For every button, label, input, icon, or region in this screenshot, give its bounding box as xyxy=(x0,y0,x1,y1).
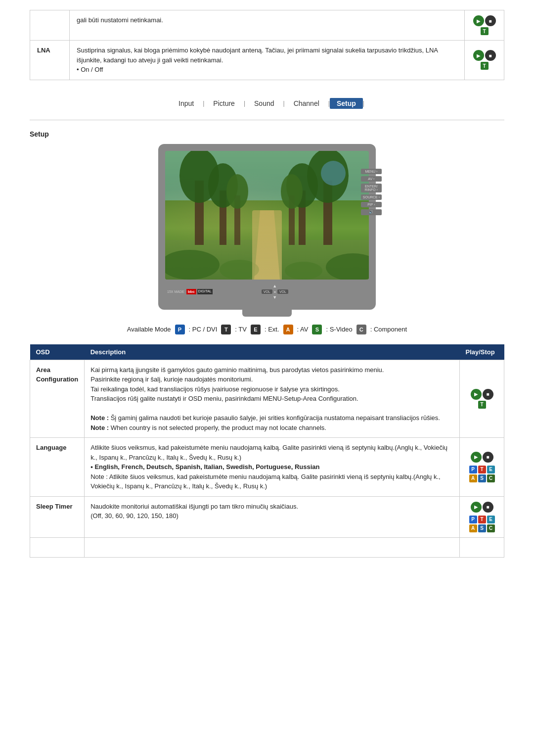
av-side-btn: AV › xyxy=(361,176,382,182)
nav-channel[interactable]: Channel xyxy=(285,99,328,107)
pteasc-T: T xyxy=(478,466,486,473)
pteasc-P: P xyxy=(469,466,477,473)
mode-label-E: : Ext. xyxy=(265,326,279,333)
pteasc-E: E xyxy=(487,466,495,473)
table-row-area-config: AreaConfiguration Kai pirmą kartą įjungs… xyxy=(30,360,504,438)
mode-icon-P: P xyxy=(175,325,185,334)
mode-icon-A: A xyxy=(283,325,293,334)
col-osd: OSD xyxy=(30,344,85,360)
lna-label-empty xyxy=(30,10,70,41)
language-desc: Atlikite šiuos veiksmus, kad pakeistumėt… xyxy=(85,438,460,497)
col-description: Description xyxy=(85,344,460,360)
pteasc-A-sleep: A xyxy=(469,524,477,532)
svg-point-19 xyxy=(321,161,346,186)
pteasc-sleep: P T E A S C xyxy=(466,516,498,532)
available-mode-bar: Available Mode P : PC / DVI T : TV E : E… xyxy=(30,325,504,334)
table-row-lna: LNA Sustiprina signalus, kai bloga priėm… xyxy=(30,41,504,80)
mode-icon-E: E xyxy=(251,325,261,334)
svg-point-8 xyxy=(226,174,248,209)
enter-side-btn: ENTER/RINFO › xyxy=(361,184,382,192)
sleep-timer-label: Sleep Timer xyxy=(30,496,85,537)
mode-label-A: : AV xyxy=(297,326,309,333)
lna-desc: Sustiprina signalus, kai bloga priėmimo … xyxy=(70,41,465,80)
tv-frame: 15X MADE bbc DIGITAL ▲ VOL ● VOL xyxy=(158,144,376,310)
play-stop-icon-1: ▶ ■ T xyxy=(465,10,504,41)
stop-btn-sleep: ■ xyxy=(483,502,493,513)
letter-T-badge-2: T xyxy=(481,62,489,70)
tv-screen-inner xyxy=(165,151,369,280)
pteasc-A: A xyxy=(469,474,477,482)
svg-point-17 xyxy=(220,260,259,280)
bbc-logo: bbc xyxy=(186,289,196,294)
setup-title: Setup xyxy=(30,130,504,138)
empty-cell-2 xyxy=(85,537,460,558)
play-btn-lang: ▶ xyxy=(471,452,482,463)
area-config-label: AreaConfiguration xyxy=(30,360,85,438)
pteasc-lang: P T E A S C xyxy=(466,466,498,482)
empty-cell-3 xyxy=(460,537,504,558)
sleep-timer-icon: ▶ ■ P T E A S C xyxy=(460,496,504,537)
mode-icon-C: C xyxy=(356,325,366,334)
pteasc-P-sleep: P xyxy=(469,516,477,523)
play-btn-area: ▶ xyxy=(471,389,482,400)
area-config-desc: Kai pirmą kartą įjungsite iš gamyklos ga… xyxy=(85,360,460,438)
table-header-row: OSD Description Play/Stop xyxy=(30,344,504,360)
nav-picture[interactable]: Picture xyxy=(204,99,244,107)
vol-minus: VOL xyxy=(262,289,272,294)
pteasc-C-sleep: C xyxy=(487,524,495,532)
tv-bottom-bar: 15X MADE bbc DIGITAL ▲ VOL ● VOL xyxy=(165,284,369,300)
vol-plus: VOL xyxy=(277,289,288,294)
svg-marker-2 xyxy=(254,210,280,280)
tv-model-text: 15X MADE xyxy=(167,290,184,293)
menu-side-btn: MENU › xyxy=(361,169,382,174)
nav-sep-5: | xyxy=(363,100,364,107)
table-row-sleep-timer: Sleep Timer Naudokite monitoriui automat… xyxy=(30,496,504,537)
tv-brand-logos: bbc DIGITAL xyxy=(186,289,213,294)
ch-up-arrow: ▲ xyxy=(272,284,277,288)
tv-side-buttons: MENU › AV › ENTER/RINFO › SOURCE › PIP ›… xyxy=(361,169,382,215)
table-row-language: Language Atlikite šiuos veiksmus, kad pa… xyxy=(30,438,504,497)
nav-sound[interactable]: Sound xyxy=(245,99,283,107)
nav-input[interactable]: Input xyxy=(170,99,203,107)
play-btn-green-2: ▶ xyxy=(473,50,484,61)
tv-screen xyxy=(165,151,369,280)
vol-row: VOL ● VOL xyxy=(262,289,288,294)
play-btn-sleep: ▶ xyxy=(471,502,482,513)
top-info-table: gali būti nustatomi netinkamai. ▶ ■ T LN… xyxy=(30,10,504,80)
mode-label-S: : S-Video xyxy=(326,326,352,333)
play-stop-icon-2: ▶ ■ T xyxy=(465,41,504,80)
speaker-side-btn: 🔊 xyxy=(361,209,382,215)
tv-controls: ▲ VOL ● VOL ▼ xyxy=(262,284,288,300)
play-btn-green: ▶ xyxy=(473,15,484,26)
digital-badge: DIGITAL xyxy=(197,289,213,294)
mode-label-C: : Component xyxy=(370,326,407,333)
mode-label-T: : TV xyxy=(235,326,247,333)
top-desc-1: gali būti nustatomi netinkamai. xyxy=(70,10,465,41)
stop-btn-dark-2: ■ xyxy=(485,50,496,61)
tv-center-btn: ● xyxy=(274,290,276,293)
lna-label: LNA xyxy=(30,41,70,80)
language-label: Language xyxy=(30,438,85,497)
nav-setup[interactable]: Setup xyxy=(330,98,363,109)
language-icon: ▶ ■ P T E A S C xyxy=(460,438,504,497)
section-divider xyxy=(30,120,504,120)
svg-point-14 xyxy=(281,174,303,209)
tv-image-container: 15X MADE bbc DIGITAL ▲ VOL ● VOL xyxy=(30,144,504,317)
mode-label-P: : PC / DVI xyxy=(189,326,218,333)
empty-cell-1 xyxy=(30,537,85,558)
stop-btn-dark: ■ xyxy=(485,15,496,26)
tv-logo-area: 15X MADE bbc DIGITAL xyxy=(167,289,213,294)
mode-icon-T: T xyxy=(221,325,231,334)
svg-point-18 xyxy=(285,262,322,280)
sleep-timer-desc: Naudokite monitoriui automatiškai išjung… xyxy=(85,496,460,537)
pteasc-E-sleep: E xyxy=(487,516,495,523)
T-badge-area: T xyxy=(478,401,486,409)
source-side-btn: SOURCE › xyxy=(361,194,382,200)
pteasc-S-sleep: S xyxy=(478,524,486,532)
nav-bar: Input | Picture | Sound | Channel | Setu… xyxy=(30,90,504,115)
pip-side-btn: PIP › xyxy=(361,202,382,207)
col-play-stop: Play/Stop xyxy=(460,344,504,360)
table-row: gali būti nustatomi netinkamai. ▶ ■ T xyxy=(30,10,504,41)
area-config-icon: ▶ ■ T xyxy=(460,360,504,438)
available-mode-label: Available Mode xyxy=(127,326,171,333)
